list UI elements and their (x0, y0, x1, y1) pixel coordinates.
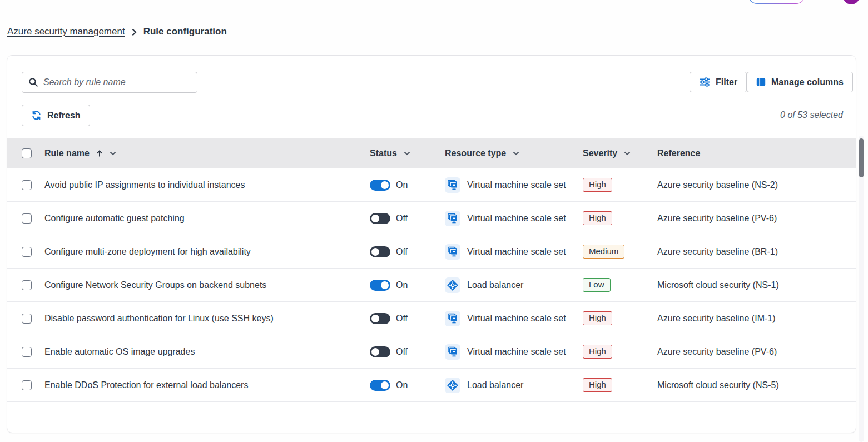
toggle-knob (371, 215, 379, 222)
chevron-down-icon (624, 151, 631, 156)
select-all-checkbox[interactable] (22, 148, 32, 158)
reference: Microsoft cloud security (NS-5) (657, 380, 856, 390)
filter-button[interactable]: Filter (690, 72, 747, 92)
column-header-label: Status (370, 148, 397, 158)
row-checkbox-cell (7, 314, 44, 324)
severity-cell: High (583, 311, 657, 325)
toggle-knob (381, 381, 389, 389)
status-toggle[interactable] (370, 180, 390, 191)
status-cell: Off (370, 313, 445, 324)
table-row: Enable automatic OS image upgradesOff Vi… (7, 335, 856, 369)
status-label: On (396, 380, 408, 390)
row-checkbox[interactable] (22, 380, 32, 390)
reference: Azure security baseline (PV-6) (657, 213, 856, 224)
toggle-knob (371, 348, 379, 356)
vm-scale-set-icon (447, 246, 459, 258)
breadcrumb-chevron-icon (132, 28, 137, 36)
rule-name: Configure automatic guest patching (44, 213, 370, 224)
resource-type-label: Load balancer (467, 280, 523, 290)
column-menu-chevron-icon[interactable] (110, 151, 116, 156)
resource-icon-tile (445, 378, 460, 393)
row-checkbox[interactable] (22, 213, 32, 224)
table-row: Configure Network Security Groups on bac… (7, 269, 856, 302)
refresh-icon (31, 110, 42, 121)
status-cell: On (370, 280, 445, 291)
column-header-rule-name[interactable]: Rule name (44, 148, 370, 158)
column-header-label: Reference (657, 148, 700, 158)
severity-cell: High (583, 211, 657, 225)
resource-icon-tile (445, 344, 460, 360)
status-toggle[interactable] (370, 246, 390, 257)
search-box (22, 72, 197, 93)
column-menu-chevron-icon[interactable] (624, 151, 631, 156)
column-header-reference: Reference (657, 148, 856, 158)
status-toggle[interactable] (370, 380, 390, 391)
resource-icon-tile (445, 177, 460, 193)
status-label: Off (396, 314, 408, 324)
resource-icon-tile (445, 244, 460, 260)
topbar-pill-button[interactable] (748, 0, 805, 4)
status-label: Off (396, 347, 408, 357)
resource-type-cell: Virtual machine scale set (445, 244, 583, 260)
vm-scale-set-icon (447, 212, 459, 225)
row-checkbox-cell (7, 247, 44, 257)
load-balancer-icon (446, 279, 459, 292)
manage-columns-button[interactable]: Manage columns (747, 72, 853, 92)
resource-type-label: Virtual machine scale set (467, 180, 566, 190)
refresh-button-label: Refresh (47, 111, 81, 121)
resource-icon-tile (445, 277, 460, 293)
column-header-label: Severity (583, 148, 617, 158)
resource-type-label: Virtual machine scale set (467, 247, 566, 257)
row-checkbox-cell (7, 213, 44, 224)
reference: Azure security baseline (IM-1) (657, 314, 856, 324)
row-checkbox[interactable] (22, 180, 32, 190)
row-checkbox[interactable] (22, 314, 32, 324)
table-body: Avoid public IP assignments to individua… (7, 168, 856, 402)
resource-type-label: Virtual machine scale set (467, 213, 566, 224)
status-toggle[interactable] (370, 346, 390, 357)
row-checkbox[interactable] (22, 280, 32, 290)
status-toggle[interactable] (370, 313, 390, 324)
vm-scale-set-icon (447, 346, 459, 358)
column-menu-chevron-icon[interactable] (404, 151, 410, 156)
rule-name: Enable DDoS Protection for external load… (44, 380, 370, 390)
topbar-pill-button-face (749, 0, 805, 3)
table-header: Rule name Status Resource type Severity (7, 138, 856, 168)
status-label: On (396, 280, 408, 290)
column-header-resource-type[interactable]: Resource type (445, 148, 583, 158)
row-checkbox[interactable] (22, 247, 32, 257)
severity-cell: High (583, 345, 657, 359)
rule-name: Enable automatic OS image upgrades (44, 347, 370, 357)
column-menu-chevron-icon[interactable] (513, 151, 519, 156)
column-header-label: Rule name (44, 148, 90, 158)
search-input[interactable] (43, 77, 191, 87)
resource-type-cell: Virtual machine scale set (445, 211, 583, 226)
toggle-knob (381, 281, 389, 289)
severity-cell: High (583, 178, 657, 192)
breadcrumb-link-azure-security-management[interactable]: Azure security management (7, 26, 125, 37)
column-header-severity[interactable]: Severity (583, 148, 657, 158)
severity-badge: High (583, 345, 612, 359)
resource-icon-tile (445, 211, 460, 226)
severity-badge: High (583, 211, 612, 225)
sort-ascending-icon[interactable] (96, 150, 103, 157)
toggle-knob (371, 315, 379, 322)
refresh-button[interactable]: Refresh (22, 105, 90, 126)
status-toggle[interactable] (370, 213, 390, 224)
vertical-scrollbar-thumb[interactable] (859, 138, 864, 177)
vertical-scrollbar-track[interactable] (859, 136, 864, 442)
manage-columns-button-label: Manage columns (771, 77, 844, 87)
reference: Microsoft cloud security (NS-1) (657, 280, 856, 290)
column-header-status[interactable]: Status (370, 148, 445, 158)
rule-name: Configure multi-zone deployment for high… (44, 247, 370, 257)
user-avatar[interactable] (843, 0, 860, 4)
status-cell: On (370, 380, 445, 391)
severity-cell: Low (583, 278, 657, 292)
search-icon (28, 77, 38, 87)
reference: Azure security baseline (PV-6) (657, 347, 856, 357)
row-checkbox[interactable] (22, 347, 32, 357)
severity-cell: Medium (583, 245, 657, 259)
status-toggle[interactable] (370, 280, 390, 291)
severity-badge: Low (583, 278, 611, 292)
row-checkbox-cell (7, 380, 44, 390)
